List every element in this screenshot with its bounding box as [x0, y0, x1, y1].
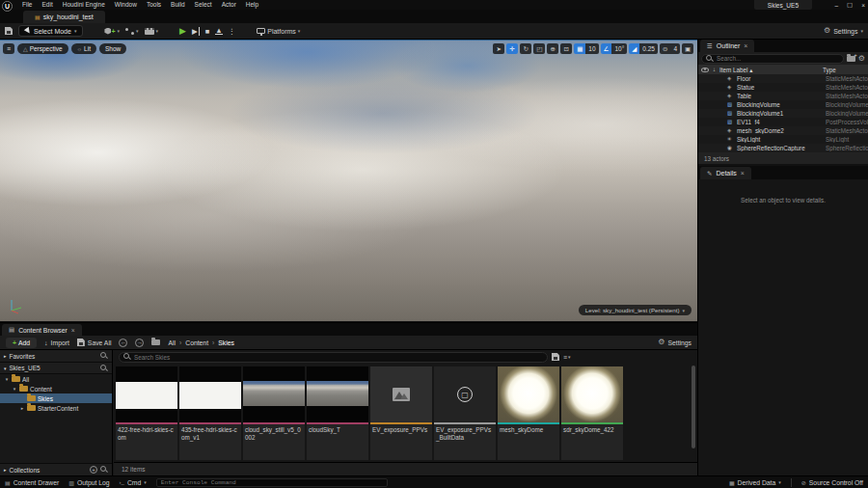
- breadcrumb-skies[interactable]: Skies: [218, 339, 234, 346]
- close-icon[interactable]: ×: [744, 42, 747, 49]
- search-icon[interactable]: [100, 365, 108, 372]
- console-command-input[interactable]: [161, 479, 383, 486]
- outliner-row-spherereflectioncapture[interactable]: ◉SphereReflectionCaptureSphereReflection…: [698, 144, 868, 152]
- platforms-dropdown[interactable]: Platforms ▾: [257, 28, 300, 35]
- outliner-row-mesh_skydome2[interactable]: ◈mesh_skyDome2StaticMeshActor: [698, 126, 868, 135]
- asset-tile-ev_exposure_ppvs[interactable]: EV_exposure_PPVs: [370, 366, 432, 460]
- menu-actor[interactable]: Actor: [217, 0, 241, 10]
- asset-tile-sdr_skydome_422[interactable]: sdr_skyDome_422: [561, 366, 623, 460]
- favorites-section[interactable]: ▸ Favorites: [0, 350, 112, 363]
- surface-snap-button[interactable]: ⊡: [560, 43, 572, 54]
- save-search-icon[interactable]: [552, 353, 559, 361]
- rotate-tool-button[interactable]: ↻: [520, 43, 531, 54]
- breadcrumb-content[interactable]: Content: [185, 339, 208, 346]
- outliner-settings-icon[interactable]: ⚙: [858, 55, 865, 63]
- outliner-row-ev11_f4[interactable]: ▨EV11_f4PostProcessVolume: [698, 118, 868, 126]
- column-type[interactable]: Type: [823, 67, 865, 73]
- tree-item-all[interactable]: ▾All: [0, 374, 112, 384]
- search-icon[interactable]: [100, 352, 108, 360]
- skip-button[interactable]: ▶: [192, 27, 200, 36]
- outliner-row-table[interactable]: ◈TableStaticMeshActor: [698, 92, 868, 100]
- scrollbar[interactable]: [692, 366, 695, 448]
- add-asset-button[interactable]: + Add: [6, 338, 37, 348]
- content-browser-settings[interactable]: ⚙ Settings: [658, 339, 692, 346]
- select-tool-button[interactable]: ➤: [493, 43, 504, 54]
- move-tool-button[interactable]: ✛: [506, 43, 518, 54]
- breadcrumb-all[interactable]: All: [168, 339, 176, 346]
- project-section[interactable]: ▾ Skies_UE5: [0, 363, 112, 374]
- asset-tile-435-free-hdri-skies-com_v1[interactable]: 435-free-hdri-skies-com_v1: [179, 366, 241, 460]
- show-dropdown[interactable]: Show: [99, 43, 126, 54]
- asset-tile-ev_exposure_ppvs_builtdata[interactable]: ▢EV_exposure_PPVs_BuiltData: [434, 366, 496, 460]
- eject-button[interactable]: ▲: [215, 27, 222, 36]
- level-tab[interactable]: ▤ sky_houdini_test: [23, 11, 105, 23]
- menu-tools[interactable]: Tools: [142, 0, 166, 10]
- import-button[interactable]: ↓ Import: [44, 339, 69, 346]
- asset-tile-cloud_sky_still_v5_0002[interactable]: cloud_sky_still_v5_0002: [243, 366, 305, 460]
- close-icon[interactable]: ×: [741, 170, 745, 176]
- tree-item-skies[interactable]: Skies: [0, 393, 112, 403]
- console-command-box[interactable]: [156, 478, 388, 487]
- unreal-logo-icon[interactable]: U: [2, 1, 13, 12]
- collections-section[interactable]: ▸ Collections +: [0, 463, 112, 475]
- close-icon[interactable]: ×: [71, 327, 75, 334]
- menu-houdini-engine[interactable]: Houdini Engine: [58, 0, 110, 10]
- stop-button[interactable]: ■: [205, 27, 210, 36]
- menu-edit[interactable]: Edit: [37, 0, 57, 10]
- asset-tile-422-free-hdri-skies-com[interactable]: 422-free-hdri-skies-com: [116, 366, 177, 460]
- blueprints-button[interactable]: ▾: [125, 27, 139, 35]
- 3d-viewport[interactable]: ≡ △ Perspective ☼ Lit Show ➤ ✛ ↻ ◰ ⊕ ⊡ ▦…: [0, 40, 697, 321]
- outliner-row-blockingvolume[interactable]: ▧BlockingVolumeBlockingVolume: [698, 100, 868, 109]
- chevron-down-icon[interactable]: ▾: [4, 376, 10, 382]
- tree-item-startercontent[interactable]: ▸StarterContent: [0, 403, 112, 413]
- back-icon[interactable]: ←: [119, 339, 127, 347]
- settings-dropdown[interactable]: ⚙ Settings ▾: [824, 27, 863, 35]
- tab-details[interactable]: ✎ Details ×: [700, 167, 751, 179]
- minimize-icon[interactable]: –: [834, 2, 838, 9]
- rotation-snap-control[interactable]: ∠ 10°: [601, 43, 628, 54]
- view-mode-dropdown[interactable]: ☼ Lit: [71, 43, 96, 54]
- menu-file[interactable]: File: [17, 0, 37, 10]
- viewport-menu-icon[interactable]: ≡: [3, 43, 14, 54]
- menu-help[interactable]: Help: [241, 0, 263, 10]
- asset-search[interactable]: [119, 352, 548, 363]
- new-folder-icon[interactable]: [847, 56, 855, 62]
- asset-tile-cloudsky_t[interactable]: cloudSky_T: [307, 366, 368, 460]
- outliner-row-skylight[interactable]: ☀SkyLightSkyLight: [698, 135, 868, 144]
- derived-data-button[interactable]: ▦ Derived Data ▾: [729, 479, 781, 486]
- asset-search-input[interactable]: [134, 354, 543, 361]
- tree-item-content[interactable]: ▾Content: [0, 384, 112, 393]
- save-all-button[interactable]: Save All: [77, 339, 112, 346]
- chevron-right-icon[interactable]: ▸: [19, 405, 25, 411]
- output-log-button[interactable]: ▥ Output Log: [68, 479, 109, 486]
- outliner-search-input[interactable]: [717, 55, 839, 62]
- outliner-row-floor[interactable]: ◈FloorStaticMeshActor: [698, 74, 868, 83]
- cmd-dropdown[interactable]: ›_ Cmd ▾: [120, 479, 147, 486]
- cinematics-button[interactable]: ▾: [145, 28, 159, 35]
- forward-icon[interactable]: →: [135, 339, 144, 347]
- asset-tile-mesh_skydome[interactable]: mesh_skyDome: [498, 366, 559, 460]
- maximize-icon[interactable]: ▢: [847, 1, 853, 9]
- chevron-down-icon[interactable]: ▾: [12, 386, 17, 392]
- scale-snap-control[interactable]: ◢ 0.25: [629, 43, 658, 54]
- search-icon[interactable]: [100, 466, 108, 474]
- pin-column-icon[interactable]: ↓: [713, 67, 716, 72]
- menu-build[interactable]: Build: [166, 0, 189, 10]
- content-drawer-button[interactable]: ▤ Content Drawer: [5, 479, 59, 486]
- maximize-viewport-icon[interactable]: ▣: [682, 43, 693, 54]
- select-mode-dropdown[interactable]: Select Mode ▾: [18, 25, 83, 37]
- menu-select[interactable]: Select: [190, 0, 217, 10]
- add-collection-icon[interactable]: +: [90, 466, 97, 474]
- tab-outliner[interactable]: ☰ Outliner ×: [700, 40, 754, 52]
- menu-window[interactable]: Window: [110, 0, 142, 10]
- tab-content-browser[interactable]: ▤ Content Browser ×: [2, 324, 82, 336]
- visibility-eye-icon[interactable]: [701, 68, 709, 72]
- camera-speed-control[interactable]: ⊙ 4: [660, 43, 680, 54]
- play-button[interactable]: ▶: [179, 26, 186, 36]
- world-coordinate-button[interactable]: ⊕: [547, 43, 558, 54]
- level-badge[interactable]: Level: sky_houdini_test (Persistent) ▾: [579, 305, 692, 315]
- save-icon[interactable]: [5, 27, 13, 35]
- column-item-label[interactable]: Item Label ▴: [719, 67, 819, 73]
- outliner-search[interactable]: [701, 54, 844, 64]
- close-icon[interactable]: ×: [861, 2, 865, 9]
